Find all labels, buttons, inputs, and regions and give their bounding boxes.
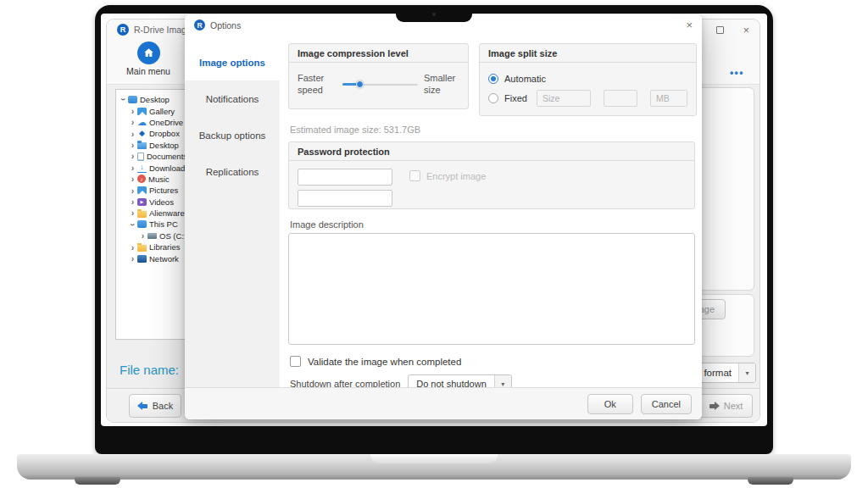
overflow-menu-icon[interactable]: ••• xyxy=(730,67,744,79)
radio-unselected-icon[interactable] xyxy=(488,93,498,103)
close-icon[interactable]: × xyxy=(743,25,749,36)
dialog-sidebar: Image options Notifications Backup optio… xyxy=(185,36,280,387)
estimated-size-text: Estimated image size: 531.7GB xyxy=(290,125,695,135)
password-input[interactable] xyxy=(298,169,392,186)
window-controls: × xyxy=(716,25,749,36)
tree-item-label: Libraries xyxy=(149,242,180,252)
chevron-right-icon[interactable]: › xyxy=(139,231,147,241)
back-button[interactable]: Back xyxy=(129,394,181,418)
tree-item-label: Videos xyxy=(149,197,174,207)
tree-item-label: Downloads xyxy=(149,164,189,173)
sidebar-item-image-options[interactable]: Image options xyxy=(185,44,280,80)
dialog-content: Image compression level Faster speed Sma… xyxy=(280,36,702,387)
tree-item-label: Desktop xyxy=(149,141,179,150)
camera-notch xyxy=(396,5,472,22)
validate-image-label: Validate the image when completed xyxy=(308,357,461,367)
faster-speed-label: Faster speed xyxy=(298,73,337,97)
sidebar-item-replications[interactable]: Replications xyxy=(185,153,280,190)
chevron-right-icon[interactable]: › xyxy=(129,130,136,139)
laptop-foot xyxy=(748,477,793,485)
confirm-password-input[interactable] xyxy=(298,190,392,207)
compression-slider[interactable] xyxy=(342,80,418,89)
cloud-icon: ☁ xyxy=(137,118,147,126)
chevron-down-icon[interactable]: › xyxy=(128,220,137,228)
folder-icon xyxy=(137,245,147,252)
music-icon: ♪ xyxy=(137,175,146,183)
image-description-textarea[interactable] xyxy=(288,233,695,345)
chevron-right-icon[interactable]: › xyxy=(129,208,136,218)
tree-item-label: Gallery xyxy=(149,107,175,116)
validate-image-row[interactable]: Validate the image when completed xyxy=(290,356,695,367)
tree-item-label: Dropbox xyxy=(149,129,180,138)
tree-item-label: Alienware xyxy=(149,208,185,218)
shutdown-label: Shutdown after completion xyxy=(290,379,400,387)
ok-button[interactable]: Ok xyxy=(587,394,633,414)
file-name-label: File name: xyxy=(120,363,179,377)
main-menu-button[interactable]: Main menu xyxy=(122,42,175,76)
chevron-right-icon[interactable]: › xyxy=(129,254,136,263)
radio-selected-icon[interactable] xyxy=(488,74,498,84)
chevron-right-icon[interactable]: › xyxy=(129,175,136,184)
laptop-lid-notch xyxy=(370,454,498,463)
drive-icon xyxy=(147,233,157,239)
automatic-label: Automatic xyxy=(504,74,546,84)
sidebar-item-backup-options[interactable]: Backup options xyxy=(185,117,280,153)
maximize-icon[interactable] xyxy=(716,26,724,34)
password-group: Password protection Encrypt image xyxy=(288,141,695,209)
laptop-foot xyxy=(75,477,120,485)
chevron-right-icon[interactable]: › xyxy=(129,152,136,161)
chevron-right-icon[interactable]: › xyxy=(129,197,136,207)
options-dialog: R Options × Image options Notifications … xyxy=(185,14,702,419)
back-arrow-icon xyxy=(137,402,148,410)
chevron-right-icon[interactable]: › xyxy=(129,186,136,196)
checkbox-unchecked-icon[interactable] xyxy=(409,170,420,181)
monitor-icon xyxy=(137,220,147,228)
split-size-value-input[interactable] xyxy=(604,90,637,107)
sidebar-item-notifications[interactable]: Notifications xyxy=(185,80,280,117)
chevron-right-icon[interactable]: › xyxy=(129,164,136,173)
chevron-down-icon[interactable]: › xyxy=(119,96,128,103)
back-label: Back xyxy=(153,401,173,411)
chevron-right-icon[interactable]: › xyxy=(129,118,136,127)
tree-item-label: OS (C: xyxy=(159,231,184,241)
chevron-right-icon[interactable]: › xyxy=(129,243,136,252)
dialog-footer: Ok Cancel xyxy=(185,387,702,419)
laptop-display: R R-Drive Image 7. × Main menu ••• xyxy=(101,14,767,426)
chevron-down-icon[interactable]: ▾ xyxy=(494,375,511,387)
next-button[interactable]: Next xyxy=(698,394,753,418)
tree-item-label: Pictures xyxy=(149,186,178,195)
monitor-icon xyxy=(128,96,137,103)
chevron-down-icon[interactable]: ▾ xyxy=(738,363,755,382)
tree-item-label: Documents xyxy=(147,152,187,161)
pictures-icon xyxy=(137,186,147,194)
fixed-radio-row[interactable]: Fixed xyxy=(488,88,687,108)
folder-blue-icon xyxy=(137,142,147,149)
laptop-base xyxy=(17,454,851,480)
split-size-group: Image split size Automatic Fixed xyxy=(479,43,697,116)
tree-item-label: Desktop xyxy=(140,95,170,104)
shutdown-dropdown[interactable]: Do not shutdown ▾ xyxy=(408,374,512,387)
fixed-label: Fixed xyxy=(504,93,527,103)
close-icon[interactable]: × xyxy=(686,19,693,30)
sidebar-spacer xyxy=(185,36,280,44)
cancel-button[interactable]: Cancel xyxy=(641,394,692,414)
automatic-radio-row[interactable]: Automatic xyxy=(488,69,687,88)
tree-item-label: Music xyxy=(148,175,170,184)
gallery-icon xyxy=(137,108,147,115)
chevron-right-icon[interactable]: › xyxy=(129,141,136,150)
dialog-title: Options xyxy=(210,20,241,30)
dialog-body: Image options Notifications Backup optio… xyxy=(185,36,702,387)
encrypt-image-row[interactable]: Encrypt image xyxy=(409,170,486,181)
next-arrow-icon xyxy=(709,402,720,410)
slider-thumb[interactable] xyxy=(356,80,364,88)
network-icon xyxy=(137,255,147,263)
dropbox-icon: ◆ xyxy=(137,130,147,138)
next-label: Next xyxy=(724,401,743,411)
tree-item-label: Network xyxy=(149,254,179,263)
tree-item-label: OneDrive xyxy=(149,118,183,127)
shutdown-row: Shutdown after completion Do not shutdow… xyxy=(290,374,695,387)
split-size-input[interactable] xyxy=(537,90,591,107)
split-unit-input[interactable] xyxy=(650,90,687,107)
checkbox-unchecked-icon[interactable] xyxy=(290,356,301,367)
chevron-right-icon[interactable]: › xyxy=(129,107,136,116)
